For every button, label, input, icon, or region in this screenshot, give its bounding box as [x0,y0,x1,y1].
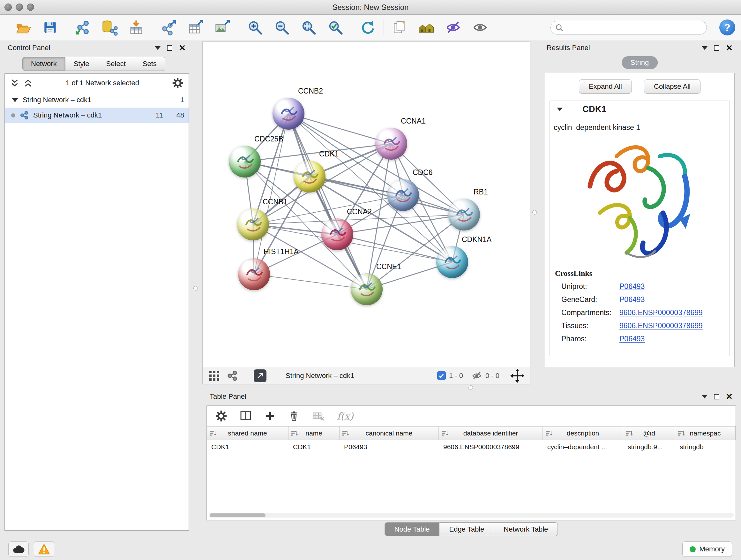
network-edge[interactable] [288,114,367,289]
network-row-string-cdk1[interactable]: String Network – cdk1 11 48 [5,108,189,123]
results-panel-close-icon[interactable]: ✕ [726,44,733,52]
table-panel-collapse-icon[interactable] [702,395,708,398]
bottom-splitter-handle[interactable] [468,385,473,390]
column-header-shared-name[interactable]: shared name [207,427,288,440]
save-session-button[interactable] [41,18,59,37]
column-header-canonical-name[interactable]: canonical name [340,427,439,440]
results-panel-float-icon[interactable] [714,45,719,51]
cell-canonical-name[interactable]: P06493 [340,440,439,454]
tab-style[interactable]: Style [65,57,98,71]
network-overview-icon[interactable] [227,370,238,381]
zoom-out-button[interactable] [273,18,291,37]
crosslink-link[interactable]: 9606.ENSP00000378699 [619,308,703,317]
minimize-window-button[interactable] [16,3,23,11]
table-panel-close-icon[interactable]: ✕ [726,392,733,401]
import-network-database-button[interactable] [100,18,119,37]
pan-crosshair-icon[interactable] [510,369,524,383]
show-details-button[interactable] [471,18,489,37]
export-image-button[interactable] [213,18,232,37]
hidden-eye-icon[interactable] [471,370,482,381]
left-splitter-handle[interactable] [193,286,198,291]
sort-icon[interactable] [626,430,633,437]
open-session-button[interactable] [14,18,32,37]
sort-icon[interactable] [441,430,448,437]
table-horizontal-scrollbar[interactable] [209,513,734,517]
network-collection-row[interactable]: String Network – cdk1 1 [5,92,189,108]
tab-edge-table[interactable]: Edge Table [440,522,494,536]
export-network-button[interactable] [159,18,178,37]
tab-sets[interactable]: Sets [134,57,165,71]
tab-node-table[interactable]: Node Table [385,522,440,536]
expand-all-networks-icon[interactable] [10,78,19,88]
sort-icon[interactable] [678,430,685,437]
network-node-ccna2[interactable] [321,219,353,250]
help-button[interactable]: ? [719,19,735,36]
sort-icon[interactable] [545,430,552,437]
scrollbar-thumb[interactable] [210,513,266,517]
collapse-all-button[interactable]: Collapse All [644,79,700,94]
gene-section-caret[interactable] [557,108,562,111]
import-table-button[interactable] [127,18,145,37]
zoom-selected-button[interactable] [326,18,345,37]
apply-layout-button[interactable] [359,18,377,37]
network-node-cdc25b[interactable] [229,145,261,178]
network-node-rb1[interactable] [448,199,480,231]
network-options-gear-icon[interactable] [172,77,184,89]
zoom-window-button[interactable] [27,3,34,11]
cell-description[interactable]: cyclin–dependent ... [543,440,623,454]
control-panel-close-icon[interactable]: ✕ [179,44,186,52]
cell-id[interactable]: stringdb:9... [623,440,675,454]
expand-all-button[interactable]: Expand All [579,79,632,94]
results-panel-collapse-icon[interactable] [702,46,708,50]
tab-network-table[interactable]: Network Table [494,522,558,536]
cell-database-identifier[interactable]: 9606.ENSP00000378699 [439,440,543,454]
hide-details-button[interactable] [444,18,462,37]
table-panel-float-icon[interactable] [714,394,719,399]
sort-icon[interactable] [291,430,298,437]
tab-select[interactable]: Select [98,57,134,71]
export-view-button[interactable] [254,369,266,382]
close-window-button[interactable] [4,3,12,11]
network-node-ccne1[interactable] [351,273,383,305]
network-canvas[interactable]: CCNB2CCNA1CDC25BCDK1CDC6RB1CCNB1CCNA2CDK… [203,42,530,367]
string-tab-badge[interactable]: String [622,56,658,69]
collection-expand-caret[interactable] [12,98,18,102]
add-column-icon[interactable] [264,410,276,422]
import-network-file-button[interactable] [73,18,92,37]
delete-icon[interactable] [288,410,300,422]
memory-button[interactable]: Memory [682,542,732,557]
network-node-ccnb1[interactable] [237,208,269,240]
crosslink-link[interactable]: P06493 [619,334,645,343]
zoom-fit-button[interactable] [299,18,318,37]
selected-checkbox[interactable] [437,371,446,380]
network-edge[interactable] [254,274,367,289]
show-columns-icon[interactable] [239,410,252,422]
birds-eye-view-icon[interactable] [208,370,220,381]
network-node-cdkn1a[interactable] [436,246,468,278]
tab-network[interactable]: Network [22,57,65,71]
gene-section-header[interactable]: CDK1 [550,101,730,118]
column-header-namespace[interactable]: namespac [675,427,736,440]
export-table-button[interactable] [186,18,205,37]
warnings-button[interactable] [34,542,54,557]
column-header-id[interactable]: @id [623,427,675,440]
cloud-status-button[interactable] [8,542,29,557]
string-home-button[interactable] [417,18,435,37]
column-header-description[interactable]: description [543,427,623,440]
control-panel-collapse-icon[interactable] [155,46,160,50]
right-splitter-handle[interactable] [532,210,537,214]
network-node-ccnb2[interactable] [273,98,305,130]
sort-icon[interactable] [209,430,216,437]
crosslink-link[interactable]: 9606.ENSP00000378699 [619,321,703,330]
copy-button[interactable] [390,18,409,37]
cell-namespace[interactable]: stringdb [675,440,736,454]
collapse-all-networks-icon[interactable] [23,78,33,88]
network-node-hist1h1a[interactable] [238,258,270,290]
table-options-gear-icon[interactable] [215,410,227,422]
cell-shared-name[interactable]: CDK1 [207,440,288,454]
cell-name[interactable]: CDK1 [288,440,340,454]
sort-icon[interactable] [342,430,349,437]
network-node-ccna1[interactable] [375,128,407,160]
control-panel-float-icon[interactable] [167,45,172,51]
network-node-cdk1[interactable] [293,161,326,192]
